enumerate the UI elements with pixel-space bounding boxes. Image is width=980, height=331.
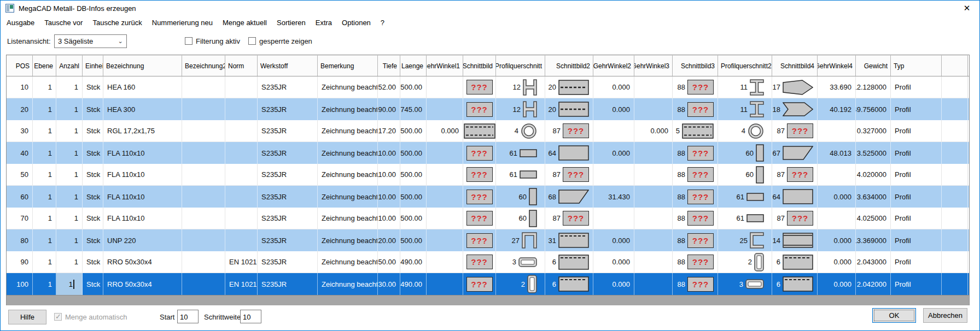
cell-sb4[interactable]: 14: [772, 229, 818, 251]
cell-gw4[interactable]: [818, 120, 856, 141]
cell-werkstoff[interactable]: S235JR: [258, 120, 318, 141]
cell-sb2[interactable]: 6: [545, 251, 593, 273]
cell-spare[interactable]: [942, 76, 968, 98]
horizontal-scrollbar[interactable]: [7, 295, 969, 306]
cell-bezeichnung2[interactable]: [182, 208, 225, 229]
cell-norm[interactable]: [225, 186, 258, 208]
cell-pq1[interactable]: 60: [496, 186, 545, 208]
cell-norm[interactable]: EN 10219: [225, 273, 258, 295]
cell-tiefe[interactable]: 17.20: [378, 120, 400, 141]
cell-norm[interactable]: [225, 208, 258, 229]
cell-laenge[interactable]: 500.00: [400, 120, 427, 141]
cell-sb2[interactable]: 87???: [545, 120, 593, 141]
cell-bezeichnung[interactable]: FLA 110x10: [103, 164, 182, 185]
cell-norm[interactable]: EN 10219: [225, 251, 258, 273]
cell-gw2[interactable]: 0.000: [593, 229, 634, 251]
cell-gw4[interactable]: 0.000: [818, 186, 856, 208]
cell-laenge[interactable]: 500.00: [400, 142, 427, 164]
cell-bemerkung[interactable]: Zeichnung beachten: [318, 208, 378, 229]
cell-sb2[interactable]: 68: [545, 186, 593, 208]
cell-sb2[interactable]: 31: [545, 229, 593, 251]
column-header-pq2[interactable]: Profilquerschnitt2: [718, 55, 772, 76]
column-header-spare[interactable]: [942, 55, 968, 76]
cell-gw4[interactable]: 40.192: [818, 98, 856, 120]
cell-bemerkung[interactable]: Zeichnung beachten: [318, 229, 378, 251]
step-input[interactable]: [240, 310, 261, 323]
cell-pq2[interactable]: 11: [718, 76, 772, 98]
cell-sb1[interactable]: ???: [463, 273, 496, 295]
cell-bezeichnung2[interactable]: [182, 120, 225, 141]
table-row-pos-30[interactable]: 3011StckRGL 17,2x1,75S235JRZeichnung bea…: [7, 120, 969, 142]
cell-bemerkung[interactable]: Zeichnung beachten: [318, 76, 378, 98]
cell-werkstoff[interactable]: S235JR: [258, 208, 318, 229]
cell-werkstoff[interactable]: S235JR: [258, 186, 318, 208]
cell-bemerkung[interactable]: Zeichnung beachten: [318, 120, 378, 141]
cell-gw3[interactable]: [634, 76, 673, 98]
cell-gw1[interactable]: [427, 251, 463, 273]
cell-sb3[interactable]: 88???: [673, 164, 718, 185]
cell-sb3[interactable]: 88???: [673, 76, 718, 98]
cell-pq2[interactable]: 2: [718, 251, 772, 273]
cell-einheit[interactable]: Stck: [83, 186, 103, 208]
column-header-norm[interactable]: Norm: [225, 55, 258, 76]
cell-laenge[interactable]: 500.00: [400, 229, 427, 251]
cell-pos[interactable]: 70: [7, 208, 33, 229]
cell-pos[interactable]: 30: [7, 120, 33, 141]
cell-bezeichnung2[interactable]: [182, 76, 225, 98]
cell-einheit[interactable]: Stck: [83, 208, 103, 229]
cell-sb2[interactable]: 20: [545, 98, 593, 120]
cell-gw4[interactable]: 48.013: [818, 142, 856, 164]
cell-norm[interactable]: [225, 142, 258, 164]
cell-pos[interactable]: 100: [7, 273, 33, 295]
cell-pq1[interactable]: 3: [496, 251, 545, 273]
cell-anzahl[interactable]: 1: [56, 142, 83, 164]
cell-gw2[interactable]: 0.000: [593, 251, 634, 273]
cell-sb4[interactable]: 64: [772, 186, 818, 208]
column-header-typ[interactable]: Typ: [891, 55, 942, 76]
cell-anzahl[interactable]: 1: [56, 251, 83, 273]
cell-gewicht[interactable]: 0.327000: [856, 120, 891, 141]
cell-bemerkung[interactable]: Zeichnung beachten: [318, 186, 378, 208]
cell-bezeichnung[interactable]: HEA 160: [103, 76, 182, 98]
cell-sb4[interactable]: 6: [772, 273, 818, 295]
cell-werkstoff[interactable]: S235JR: [258, 251, 318, 273]
cell-einheit[interactable]: Stck: [83, 251, 103, 273]
cell-anzahl[interactable]: 1: [56, 229, 83, 251]
cell-laenge[interactable]: 500.00: [400, 164, 427, 185]
cell-pq2[interactable]: 11: [718, 98, 772, 120]
cell-sb2[interactable]: 87???: [545, 164, 593, 185]
cell-gw3[interactable]: [634, 186, 673, 208]
cell-einheit[interactable]: Stck: [83, 164, 103, 185]
cell-sb1[interactable]: ???: [463, 229, 496, 251]
cell-gw1[interactable]: [427, 98, 463, 120]
menu-item-tausche-vor[interactable]: Tausche vor: [39, 16, 88, 29]
cell-gw2[interactable]: 0.000: [593, 98, 634, 120]
cell-gw2[interactable]: [593, 120, 634, 141]
table-row-pos-10[interactable]: 1011StckHEA 160S235JRZeichnung beachten1…: [7, 76, 969, 98]
cell-bezeichnung[interactable]: FLA 110x10: [103, 186, 182, 208]
cell-pq1[interactable]: 12: [496, 76, 545, 98]
cell-sb2[interactable]: 64: [545, 142, 593, 164]
cell-spare[interactable]: [942, 273, 968, 295]
cell-gw2[interactable]: 0.000: [593, 142, 634, 164]
table-row-pos-90[interactable]: 9011StckRRO 50x30x4EN 10219S235JRZeichnu…: [7, 251, 969, 273]
cell-sb4[interactable]: 18: [772, 98, 818, 120]
cell-sb1[interactable]: ???: [463, 251, 496, 273]
cell-tiefe[interactable]: 290.00: [378, 98, 400, 120]
cell-pq2[interactable]: 60: [718, 164, 772, 185]
cell-werkstoff[interactable]: S235JR: [258, 76, 318, 98]
cell-bezeichnung2[interactable]: [182, 142, 225, 164]
cell-gw3[interactable]: 0.000: [634, 120, 673, 141]
column-header-sb4[interactable]: Schnittbild4: [772, 55, 818, 76]
cell-einheit[interactable]: Stck: [83, 273, 103, 295]
cell-anzahl[interactable]: 1: [56, 164, 83, 185]
cell-anzahl-edit-box[interactable]: 1: [56, 273, 83, 295]
cell-typ[interactable]: Profil: [891, 164, 942, 185]
cell-sb3[interactable]: 88???: [673, 186, 718, 208]
cell-pq1[interactable]: 61: [496, 142, 545, 164]
cell-werkstoff[interactable]: S235JR: [258, 229, 318, 251]
cell-norm[interactable]: [225, 120, 258, 141]
cell-bezeichnung2[interactable]: [182, 98, 225, 120]
cell-pos[interactable]: 60: [7, 186, 33, 208]
cell-sb1[interactable]: ???: [463, 76, 496, 98]
